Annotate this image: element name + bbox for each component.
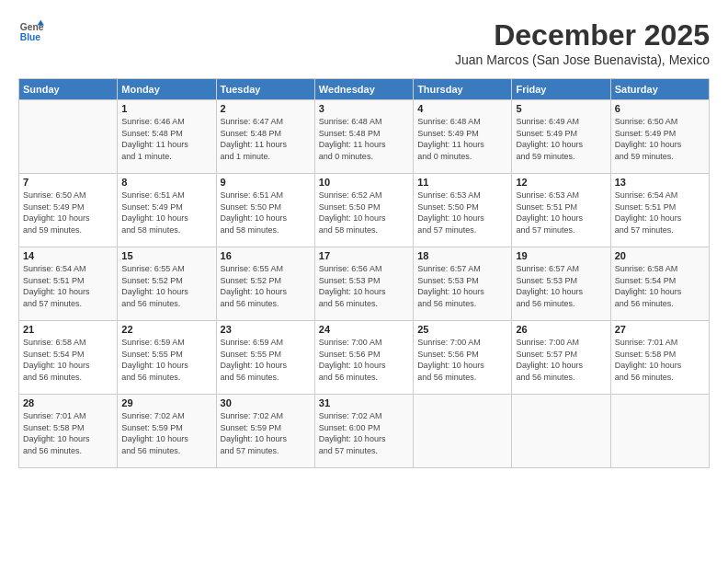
day-number: 2 (221, 103, 311, 114)
day-number: 28 (23, 397, 113, 408)
day-info: Sunrise: 7:02 AM Sunset: 5:59 PM Dayligh… (121, 410, 211, 456)
cell-1-6: 5Sunrise: 6:49 AM Sunset: 5:49 PM Daylig… (512, 100, 610, 174)
day-number: 13 (615, 177, 705, 188)
cell-1-4: 3Sunrise: 6:48 AM Sunset: 5:48 PM Daylig… (314, 100, 413, 174)
day-info: Sunrise: 6:59 AM Sunset: 5:55 PM Dayligh… (121, 337, 211, 383)
day-number: 3 (319, 103, 409, 114)
day-number: 29 (121, 397, 211, 408)
cell-2-6: 12Sunrise: 6:53 AM Sunset: 5:51 PM Dayli… (512, 174, 610, 247)
cell-2-7: 13Sunrise: 6:54 AM Sunset: 5:51 PM Dayli… (610, 174, 709, 247)
day-number: 27 (615, 324, 705, 335)
title-block: December 2025 Juan Marcos (San Jose Buen… (455, 18, 710, 75)
day-number: 8 (121, 177, 211, 188)
week-row-5: 28Sunrise: 7:01 AM Sunset: 5:58 PM Dayli… (19, 395, 710, 468)
day-info: Sunrise: 6:50 AM Sunset: 5:49 PM Dayligh… (615, 116, 705, 162)
cell-5-6 (512, 395, 610, 468)
day-number: 7 (23, 177, 113, 188)
day-info: Sunrise: 6:51 AM Sunset: 5:49 PM Dayligh… (121, 190, 211, 236)
day-number: 14 (23, 250, 113, 261)
day-info: Sunrise: 6:55 AM Sunset: 5:52 PM Dayligh… (221, 263, 311, 309)
day-number: 31 (319, 397, 409, 408)
day-number: 22 (121, 324, 211, 335)
logo-icon: General Blue (18, 18, 44, 44)
cell-1-5: 4Sunrise: 6:48 AM Sunset: 5:49 PM Daylig… (414, 100, 512, 174)
cell-2-2: 8Sunrise: 6:51 AM Sunset: 5:49 PM Daylig… (118, 174, 216, 247)
cell-3-1: 14Sunrise: 6:54 AM Sunset: 5:51 PM Dayli… (19, 247, 118, 321)
day-info: Sunrise: 6:57 AM Sunset: 5:53 PM Dayligh… (516, 263, 606, 309)
day-number: 5 (516, 103, 606, 114)
cell-1-2: 1Sunrise: 6:46 AM Sunset: 5:48 PM Daylig… (118, 100, 216, 174)
day-info: Sunrise: 6:58 AM Sunset: 5:54 PM Dayligh… (615, 263, 705, 309)
day-info: Sunrise: 6:52 AM Sunset: 5:50 PM Dayligh… (319, 190, 409, 236)
day-info: Sunrise: 6:48 AM Sunset: 5:49 PM Dayligh… (417, 116, 507, 162)
day-number: 23 (221, 324, 311, 335)
day-info: Sunrise: 6:57 AM Sunset: 5:53 PM Dayligh… (417, 263, 507, 309)
day-info: Sunrise: 6:49 AM Sunset: 5:49 PM Dayligh… (516, 116, 606, 162)
month-title: December 2025 (455, 18, 710, 52)
day-info: Sunrise: 6:48 AM Sunset: 5:48 PM Dayligh… (319, 116, 409, 162)
day-number: 10 (319, 177, 409, 188)
day-info: Sunrise: 6:53 AM Sunset: 5:51 PM Dayligh… (516, 190, 606, 236)
cell-2-3: 9Sunrise: 6:51 AM Sunset: 5:50 PM Daylig… (216, 174, 314, 247)
cell-3-3: 16Sunrise: 6:55 AM Sunset: 5:52 PM Dayli… (216, 247, 314, 321)
day-number: 9 (221, 177, 311, 188)
cell-4-1: 21Sunrise: 6:58 AM Sunset: 5:54 PM Dayli… (19, 321, 118, 395)
day-info: Sunrise: 6:51 AM Sunset: 5:50 PM Dayligh… (221, 190, 311, 236)
day-info: Sunrise: 7:00 AM Sunset: 5:57 PM Dayligh… (516, 337, 606, 383)
day-info: Sunrise: 6:54 AM Sunset: 5:51 PM Dayligh… (23, 263, 113, 309)
cell-4-4: 24Sunrise: 7:00 AM Sunset: 5:56 PM Dayli… (314, 321, 413, 395)
day-info: Sunrise: 6:59 AM Sunset: 5:55 PM Dayligh… (221, 337, 311, 383)
cell-4-3: 23Sunrise: 6:59 AM Sunset: 5:55 PM Dayli… (216, 321, 314, 395)
col-header-tuesday: Tuesday (216, 79, 314, 100)
cell-5-3: 30Sunrise: 7:02 AM Sunset: 5:59 PM Dayli… (216, 395, 314, 468)
day-info: Sunrise: 6:46 AM Sunset: 5:48 PM Dayligh… (121, 116, 211, 162)
cell-2-4: 10Sunrise: 6:52 AM Sunset: 5:50 PM Dayli… (314, 174, 413, 247)
cell-1-1 (19, 100, 118, 174)
day-number: 15 (121, 250, 211, 261)
cell-3-7: 20Sunrise: 6:58 AM Sunset: 5:54 PM Dayli… (610, 247, 709, 321)
cell-1-7: 6Sunrise: 6:50 AM Sunset: 5:49 PM Daylig… (610, 100, 709, 174)
day-info: Sunrise: 7:02 AM Sunset: 5:59 PM Dayligh… (221, 410, 311, 456)
day-number: 4 (417, 103, 507, 114)
header: General Blue December 2025 Juan Marcos (… (18, 18, 710, 75)
day-number: 21 (23, 324, 113, 335)
week-row-2: 7Sunrise: 6:50 AM Sunset: 5:49 PM Daylig… (19, 174, 710, 247)
cell-4-6: 26Sunrise: 7:00 AM Sunset: 5:57 PM Dayli… (512, 321, 610, 395)
day-info: Sunrise: 7:01 AM Sunset: 5:58 PM Dayligh… (615, 337, 705, 383)
cell-2-5: 11Sunrise: 6:53 AM Sunset: 5:50 PM Dayli… (414, 174, 512, 247)
col-header-sunday: Sunday (19, 79, 118, 100)
day-number: 26 (516, 324, 606, 335)
day-number: 18 (417, 250, 507, 261)
day-number: 16 (221, 250, 311, 261)
col-header-monday: Monday (118, 79, 216, 100)
day-info: Sunrise: 6:47 AM Sunset: 5:48 PM Dayligh… (221, 116, 311, 162)
col-header-saturday: Saturday (610, 79, 709, 100)
day-info: Sunrise: 7:01 AM Sunset: 5:58 PM Dayligh… (23, 410, 113, 456)
day-info: Sunrise: 7:02 AM Sunset: 6:00 PM Dayligh… (319, 410, 409, 456)
cell-5-1: 28Sunrise: 7:01 AM Sunset: 5:58 PM Dayli… (19, 395, 118, 468)
cell-5-7 (610, 395, 709, 468)
day-info: Sunrise: 7:00 AM Sunset: 5:56 PM Dayligh… (417, 337, 507, 383)
calendar-table: SundayMondayTuesdayWednesdayThursdayFrid… (18, 78, 710, 468)
cell-3-6: 19Sunrise: 6:57 AM Sunset: 5:53 PM Dayli… (512, 247, 610, 321)
day-number: 17 (319, 250, 409, 261)
day-number: 24 (319, 324, 409, 335)
day-number: 20 (615, 250, 705, 261)
day-number: 11 (417, 177, 507, 188)
day-number: 25 (417, 324, 507, 335)
day-number: 6 (615, 103, 705, 114)
logo: General Blue (18, 18, 46, 44)
week-row-1: 1Sunrise: 6:46 AM Sunset: 5:48 PM Daylig… (19, 100, 710, 174)
cell-3-4: 17Sunrise: 6:56 AM Sunset: 5:53 PM Dayli… (314, 247, 413, 321)
day-info: Sunrise: 6:50 AM Sunset: 5:49 PM Dayligh… (23, 190, 113, 236)
cell-3-5: 18Sunrise: 6:57 AM Sunset: 5:53 PM Dayli… (414, 247, 512, 321)
cell-4-7: 27Sunrise: 7:01 AM Sunset: 5:58 PM Dayli… (610, 321, 709, 395)
cell-3-2: 15Sunrise: 6:55 AM Sunset: 5:52 PM Dayli… (118, 247, 216, 321)
day-number: 1 (121, 103, 211, 114)
col-header-friday: Friday (512, 79, 610, 100)
subtitle: Juan Marcos (San Jose Buenavista), Mexic… (455, 52, 710, 67)
cell-5-2: 29Sunrise: 7:02 AM Sunset: 5:59 PM Dayli… (118, 395, 216, 468)
cell-1-3: 2Sunrise: 6:47 AM Sunset: 5:48 PM Daylig… (216, 100, 314, 174)
col-header-thursday: Thursday (414, 79, 512, 100)
day-number: 30 (221, 397, 311, 408)
